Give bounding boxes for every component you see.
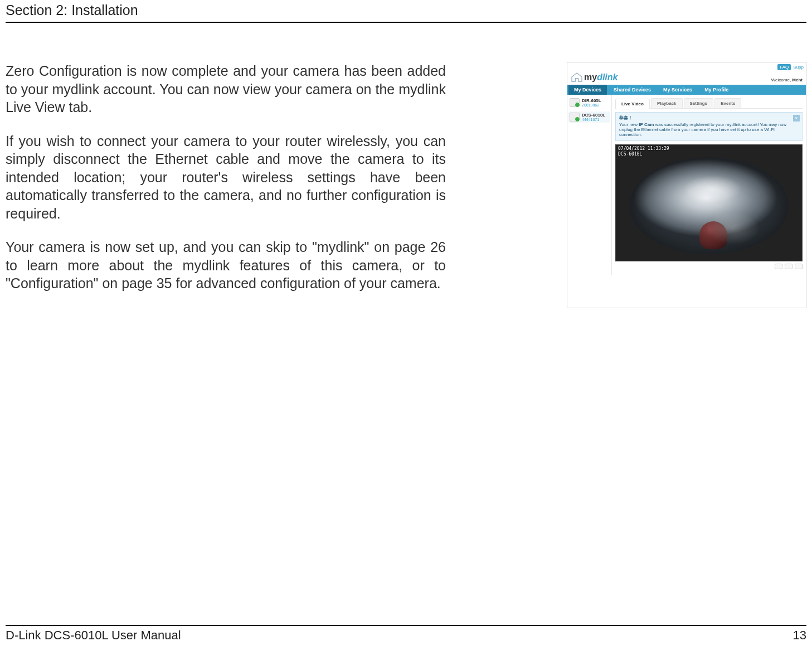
top-links: FAQ Supp (567, 62, 806, 71)
content-row: Zero Configuration is now complete and y… (6, 62, 806, 308)
support-link[interactable]: Supp (793, 65, 804, 70)
alert-msg-b: IP Cam (639, 122, 654, 127)
success-alert: × 恭喜！ Your new IP Cam was successfully r… (615, 112, 803, 141)
device-info: DCS-6010L 44441671 (582, 113, 605, 122)
main-nav: My Devices Shared Devices My Services My… (567, 85, 806, 95)
osd-model: DCS-6010L (618, 152, 669, 157)
tab-events[interactable]: Events (714, 98, 741, 108)
video-osd: 07/04/2012 11:33:29 DCS-6010L (618, 146, 669, 157)
tab-settings[interactable]: Settings (684, 98, 714, 108)
main-area: DIR-605L 20019862 DCS-6010L 44441671 (567, 95, 806, 275)
tab-live-video[interactable]: Live Video (615, 99, 650, 109)
camera-icon (570, 113, 580, 122)
section-title: Section 2: Installation (6, 2, 138, 18)
welcome-text: Welcome, Meht (771, 77, 803, 82)
welcome-prefix: Welcome, (771, 77, 792, 82)
paragraph-1: Zero Configuration is now complete and y… (6, 62, 446, 116)
device-name: DIR-605L (582, 98, 601, 103)
paragraph-2: If you wish to connect your camera to yo… (6, 132, 446, 223)
alert-message: Your new IP Cam was successfully registe… (619, 122, 789, 137)
page-footer: D-Link DCS-6010L User Manual 13 (6, 625, 806, 643)
zoom-out-button[interactable] (775, 264, 782, 269)
sidebar-device-router[interactable]: DIR-605L 20019862 (568, 97, 610, 108)
view-tabs: Live Video Playback Settings Events (615, 98, 803, 109)
content-pane: Live Video Playback Settings Events × 恭喜… (612, 95, 806, 275)
device-id: 44441671 (582, 118, 605, 122)
video-controls (615, 264, 803, 271)
body-text: Zero Configuration is now complete and y… (6, 62, 446, 308)
nav-my-services[interactable]: My Services (658, 85, 698, 95)
paragraph-3: Your camera is now set up, and you can s… (6, 238, 446, 293)
router-icon (570, 98, 580, 107)
manual-title: D-Link DCS-6010L User Manual (6, 628, 181, 643)
close-icon[interactable]: × (793, 115, 800, 122)
person-silhouette (699, 221, 727, 249)
device-id: 20019862 (582, 103, 601, 107)
alert-msg-a: Your new (619, 122, 639, 127)
nav-my-devices[interactable]: My Devices (568, 85, 607, 95)
device-info: DIR-605L 20019862 (582, 98, 601, 107)
page-header: Section 2: Installation (6, 0, 806, 23)
osd-timestamp: 07/04/2012 11:33:29 (618, 146, 669, 152)
device-sidebar: DIR-605L 20019862 DCS-6010L 44441671 (567, 95, 612, 275)
zoom-in-button[interactable] (785, 264, 792, 269)
logo-prefix: my (584, 72, 597, 82)
nav-my-profile[interactable]: My Profile (699, 85, 734, 95)
mydlink-screenshot: FAQ Supp mydlink Welcome, Meht My Devic (567, 62, 806, 308)
welcome-name: Meht (792, 77, 803, 82)
tab-playback[interactable]: Playback (651, 98, 683, 108)
fisheye-image (629, 157, 789, 254)
alert-title: 恭喜！ (619, 115, 789, 121)
fullscreen-button[interactable] (795, 264, 803, 269)
device-name: DCS-6010L (582, 113, 605, 118)
faq-link[interactable]: FAQ (777, 64, 791, 70)
mydlink-logo: mydlink (571, 72, 617, 82)
logo-text: mydlink (584, 72, 617, 82)
house-icon (571, 72, 583, 82)
page-number: 13 (793, 628, 806, 643)
logo-row: mydlink Welcome, Meht (567, 71, 806, 85)
screenshot-wrap: FAQ Supp mydlink Welcome, Meht My Devic (457, 62, 806, 308)
nav-shared-devices[interactable]: Shared Devices (608, 85, 657, 95)
sidebar-device-camera[interactable]: DCS-6010L 44441671 (568, 111, 610, 123)
logo-brand: dlink (597, 72, 617, 82)
live-video-view: 07/04/2012 11:33:29 DCS-6010L (615, 144, 803, 261)
